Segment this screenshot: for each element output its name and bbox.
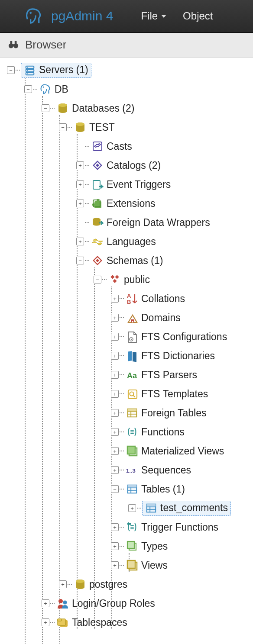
expand-toggle[interactable]: +: [111, 447, 119, 455]
fts-dict-icon: [126, 349, 139, 362]
view-icon: [126, 559, 139, 572]
expand-toggle[interactable]: +: [128, 504, 136, 512]
expand-toggle[interactable]: +: [111, 466, 119, 474]
node-label: Servers (1): [39, 64, 88, 76]
node-casts[interactable]: Casts: [3, 137, 253, 156]
node-views[interactable]: + Views: [3, 556, 253, 575]
chevron-down-icon: [161, 15, 166, 18]
node-label: Sequences: [141, 464, 191, 476]
node-label: Trigger Functions: [141, 522, 218, 533]
node-foreign-data-wrappers[interactable]: Foreign Data Wrappers: [3, 213, 253, 232]
expand-toggle[interactable]: +: [111, 542, 119, 550]
node-label: Casts: [107, 141, 132, 152]
node-schema-public[interactable]: − public: [3, 270, 253, 289]
extension-icon: [91, 197, 104, 210]
node-foreign-tables[interactable]: + Foreign Tables: [3, 403, 253, 422]
node-label: Schemas (1): [107, 255, 163, 267]
expand-toggle[interactable]: +: [111, 428, 119, 436]
node-schemas[interactable]: − Schemas (1): [3, 251, 253, 270]
node-servers[interactable]: − Servers (1): [3, 61, 253, 80]
expand-toggle[interactable]: +: [42, 599, 49, 607]
node-label: Tablespaces: [72, 617, 127, 628]
node-extensions[interactable]: + Extensions: [3, 194, 253, 213]
expand-toggle[interactable]: +: [111, 314, 119, 322]
expand-toggle[interactable]: +: [76, 161, 84, 169]
roles-icon: [56, 597, 69, 610]
collapse-toggle[interactable]: −: [76, 257, 84, 264]
table-icon: [126, 483, 139, 496]
node-catalogs[interactable]: + Catalogs (2): [3, 156, 253, 175]
node-login-group-roles[interactable]: + Login/Group Roles: [3, 594, 253, 613]
node-label: Functions: [141, 426, 185, 438]
node-fts-parsers[interactable]: + FTS Parsers: [3, 365, 253, 384]
node-fts-dictionaries[interactable]: + FTS Dictionaries: [3, 346, 253, 365]
collapse-toggle[interactable]: −: [24, 85, 32, 93]
node-label: Extensions: [107, 198, 156, 209]
collapse-toggle[interactable]: −: [94, 276, 101, 283]
expand-toggle[interactable]: +: [111, 352, 119, 360]
expand-toggle[interactable]: +: [42, 618, 49, 626]
node-label: Foreign Tables: [141, 407, 206, 419]
node-label: Languages: [107, 236, 156, 248]
fts-parser-icon: [126, 368, 139, 381]
node-db-server[interactable]: − DB: [3, 80, 253, 99]
node-label: FTS Parsers: [141, 369, 197, 381]
catalog-icon: [91, 159, 104, 172]
node-collations[interactable]: + Collations: [3, 289, 253, 308]
menu-file[interactable]: File: [141, 10, 166, 22]
table-icon: [145, 502, 158, 515]
node-label: postgres: [89, 579, 127, 590]
node-label: Views: [141, 560, 168, 571]
fts-template-icon: [126, 387, 139, 400]
app-title: pgAdmin 4: [51, 9, 113, 23]
node-languages[interactable]: + Languages: [3, 232, 253, 251]
tablespace-icon: [56, 616, 69, 629]
node-label: Event Triggers: [107, 179, 171, 190]
fts-config-icon: [126, 330, 139, 343]
expand-toggle[interactable]: +: [111, 390, 119, 398]
expand-toggle[interactable]: +: [76, 200, 84, 207]
object-tree: − Servers (1) − DB − Databases (2) − TES…: [0, 58, 253, 632]
node-types[interactable]: + Types: [3, 537, 253, 556]
language-icon: [91, 235, 104, 248]
expand-toggle[interactable]: +: [111, 561, 119, 569]
node-label: test_comments: [160, 502, 228, 514]
expand-toggle[interactable]: +: [111, 295, 119, 303]
collapse-toggle[interactable]: −: [42, 104, 49, 112]
app-logo[interactable]: pgAdmin 4: [24, 6, 113, 26]
node-label: Types: [141, 541, 168, 552]
node-db-test[interactable]: − TEST: [3, 118, 253, 137]
node-domains[interactable]: + Domains: [3, 308, 253, 327]
expand-toggle[interactable]: +: [59, 580, 67, 588]
expand-toggle[interactable]: +: [111, 333, 119, 341]
node-label: Login/Group Roles: [72, 598, 155, 609]
node-label: TEST: [89, 122, 115, 133]
node-sequences[interactable]: + Sequences: [3, 460, 253, 480]
node-label: Databases (2): [72, 103, 134, 114]
node-fts-configurations[interactable]: + FTS Configurations: [3, 327, 253, 346]
node-tablespaces[interactable]: + Tablespaces: [3, 613, 253, 632]
node-materialized-views[interactable]: + Materialized Views: [3, 441, 253, 460]
collapse-toggle[interactable]: −: [59, 123, 67, 131]
collation-icon: [126, 292, 139, 305]
menu-object[interactable]: Object: [183, 10, 213, 22]
collapse-toggle[interactable]: −: [7, 66, 15, 74]
leaf-spacer: [76, 219, 84, 226]
expand-toggle[interactable]: +: [111, 409, 119, 417]
node-fts-templates[interactable]: + FTS Templates: [3, 384, 253, 403]
node-databases[interactable]: − Databases (2): [3, 99, 253, 118]
node-db-postgres[interactable]: + postgres: [3, 575, 253, 594]
function-icon: [126, 425, 139, 438]
node-event-triggers[interactable]: + Event Triggers: [3, 175, 253, 194]
expand-toggle[interactable]: +: [111, 371, 119, 379]
collapse-toggle[interactable]: −: [111, 485, 119, 493]
expand-toggle[interactable]: +: [111, 523, 119, 531]
node-trigger-functions[interactable]: + Trigger Functions: [3, 518, 253, 537]
node-table-test-comments[interactable]: + test_comments: [3, 499, 253, 518]
expand-toggle[interactable]: +: [76, 180, 84, 188]
node-tables[interactable]: − Tables (1): [3, 480, 253, 499]
fdw-icon: [91, 216, 104, 229]
node-functions[interactable]: + Functions: [3, 422, 253, 441]
expand-toggle[interactable]: +: [76, 238, 84, 245]
matview-icon: [126, 444, 139, 457]
